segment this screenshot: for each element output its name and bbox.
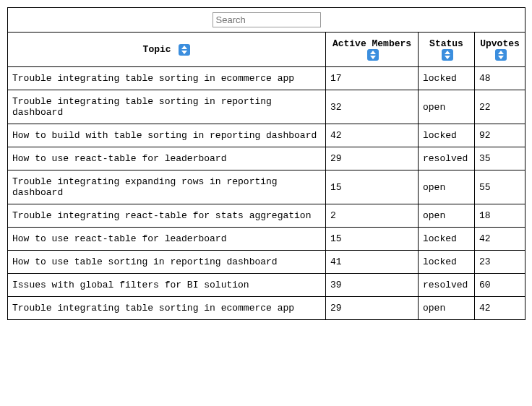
cell-topic: How to build with table sorting in repor…	[8, 124, 326, 147]
cell-status: resolved	[419, 147, 475, 170]
cell-topic: How to use table sorting in reporting da…	[8, 251, 326, 274]
table-row: Issues with global filters for BI soluti…	[8, 274, 525, 297]
cell-topic: Trouble integrating table sorting in eco…	[8, 297, 326, 320]
table-row: How to build with table sorting in repor…	[8, 124, 525, 147]
col-label: Active Members	[332, 38, 411, 49]
table-row: How to use react-table for leaderboard15…	[8, 228, 525, 251]
cell-members: 41	[326, 251, 419, 274]
table-row: Trouble integrating table sorting in eco…	[8, 67, 525, 90]
cell-upvotes: 42	[475, 297, 525, 320]
table-row: How to use table sorting in reporting da…	[8, 251, 525, 274]
sort-icon[interactable]	[367, 49, 379, 61]
cell-status: open	[419, 90, 475, 124]
cell-members: 29	[326, 297, 419, 320]
search-row	[8, 8, 525, 33]
cell-upvotes: 92	[475, 124, 525, 147]
cell-topic: Trouble integrating table sorting in rep…	[8, 90, 326, 124]
cell-topic: How to use react-table for leaderboard	[8, 147, 326, 170]
cell-members: 39	[326, 274, 419, 297]
cell-topic: Issues with global filters for BI soluti…	[8, 274, 326, 297]
cell-upvotes: 22	[475, 90, 525, 124]
sort-icon[interactable]	[495, 49, 507, 61]
col-header-topic[interactable]: Topic	[8, 33, 326, 67]
sort-icon[interactable]	[442, 49, 453, 61]
data-table: Topic Active Members Status Upvotes Trou…	[7, 7, 525, 320]
cell-topic: Trouble integrating react-table for stat…	[8, 204, 326, 228]
cell-status: open	[419, 170, 475, 204]
cell-upvotes: 60	[475, 274, 525, 297]
table-row: Trouble integrating react-table for stat…	[8, 204, 525, 228]
cell-topic: How to use react-table for leaderboard	[8, 228, 326, 251]
col-header-upvotes[interactable]: Upvotes	[475, 33, 525, 67]
cell-members: 15	[326, 170, 419, 204]
cell-topic: Trouble integrating expanding rows in re…	[8, 170, 326, 204]
cell-upvotes: 42	[475, 228, 525, 251]
cell-members: 29	[326, 147, 419, 170]
cell-upvotes: 48	[475, 67, 525, 90]
table-row: Trouble integrating table sorting in rep…	[8, 90, 525, 124]
col-label: Status	[429, 38, 463, 49]
col-label: Topic	[143, 44, 171, 55]
cell-upvotes: 23	[475, 251, 525, 274]
header-row: Topic Active Members Status Upvotes	[8, 33, 525, 67]
cell-status: locked	[419, 67, 475, 90]
col-label: Upvotes	[480, 38, 520, 49]
cell-members: 15	[326, 228, 419, 251]
cell-upvotes: 18	[475, 204, 525, 228]
cell-upvotes: 35	[475, 147, 525, 170]
cell-status: locked	[419, 228, 475, 251]
cell-members: 17	[326, 67, 419, 90]
table-row: Trouble integrating expanding rows in re…	[8, 170, 525, 204]
table-row: Trouble integrating table sorting in eco…	[8, 297, 525, 320]
cell-status: locked	[419, 124, 475, 147]
col-header-members[interactable]: Active Members	[326, 33, 419, 67]
cell-topic: Trouble integrating table sorting in eco…	[8, 67, 326, 90]
cell-members: 32	[326, 90, 419, 124]
cell-status: open	[419, 204, 475, 228]
cell-upvotes: 55	[475, 170, 525, 204]
cell-members: 2	[326, 204, 419, 228]
col-header-status[interactable]: Status	[419, 33, 475, 67]
cell-status: open	[419, 297, 475, 320]
table-row: How to use react-table for leaderboard29…	[8, 147, 525, 170]
cell-status: locked	[419, 251, 475, 274]
cell-members: 42	[326, 124, 419, 147]
sort-icon[interactable]	[179, 44, 190, 56]
cell-status: resolved	[419, 274, 475, 297]
search-input[interactable]	[213, 12, 321, 27]
